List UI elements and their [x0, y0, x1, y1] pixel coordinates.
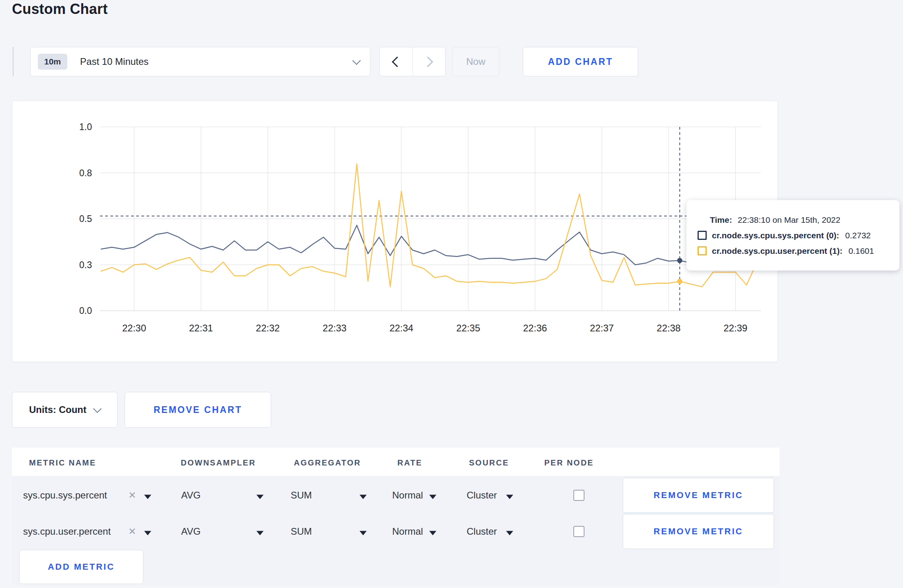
- column-header-aggregator: AGGREGATOR: [294, 458, 361, 467]
- svg-text:22:38: 22:38: [657, 323, 680, 333]
- chevron-down-icon: [352, 56, 361, 64]
- next-timeframe-button[interactable]: [412, 47, 446, 76]
- aggregator-caret-icon[interactable]: [360, 495, 367, 499]
- svg-text:22:35: 22:35: [456, 323, 480, 333]
- add-chart-button[interactable]: ADD CHART: [523, 47, 638, 76]
- svg-text:1.0: 1.0: [79, 122, 92, 132]
- svg-text:22:34: 22:34: [389, 323, 413, 333]
- source-caret-icon[interactable]: [506, 531, 513, 535]
- per-node-checkbox[interactable]: [573, 526, 584, 537]
- column-header-source: SOURCE: [469, 458, 509, 467]
- chart-tooltip: Time:22:38:10 on Mar 15th, 2022 cr.node.…: [686, 200, 899, 271]
- remove-chart-button[interactable]: REMOVE CHART: [125, 392, 271, 428]
- source-select[interactable]: Cluster: [467, 526, 497, 537]
- tooltip-series-label: cr.node.sys.cpu.sys.percent (0):: [712, 231, 839, 240]
- series-sys-legend-icon: [698, 231, 707, 240]
- metric-name-value[interactable]: sys.cpu.sys.percent: [23, 490, 107, 501]
- now-button[interactable]: Now: [452, 47, 499, 76]
- metric-dropdown-caret-icon[interactable]: [144, 531, 151, 535]
- time-window-badge: 10m: [38, 54, 67, 70]
- chart-panel[interactable]: 0.00.30.50.81.022:3022:3122:3222:3322:34…: [12, 101, 778, 362]
- time-pager: [379, 47, 446, 76]
- svg-text:22:30: 22:30: [122, 323, 146, 333]
- units-label: Units: Count: [29, 404, 86, 415]
- remove-metric-button[interactable]: REMOVE METRIC: [623, 478, 774, 513]
- tooltip-time-label: Time:: [710, 215, 732, 224]
- toolbar-divider: [13, 47, 14, 76]
- rate-caret-icon[interactable]: [429, 531, 436, 535]
- svg-text:0.5: 0.5: [79, 214, 92, 224]
- metric-row: sys.cpu.user.percent ✕ AVG SUM Normal Cl…: [12, 514, 780, 549]
- add-metric-button[interactable]: ADD METRIC: [19, 550, 143, 584]
- tooltip-series-row: cr.node.sys.cpu.user.percent (1): 0.1601: [698, 246, 899, 256]
- previous-timeframe-button[interactable]: [380, 47, 412, 76]
- svg-text:22:33: 22:33: [322, 323, 346, 333]
- rate-select[interactable]: Normal: [392, 490, 423, 501]
- rate-caret-icon[interactable]: [429, 495, 436, 499]
- metric-dropdown-caret-icon[interactable]: [144, 495, 151, 499]
- svg-text:22:32: 22:32: [256, 323, 280, 333]
- units-dropdown[interactable]: Units: Count: [12, 392, 117, 428]
- page-title: Custom Chart: [12, 1, 108, 18]
- svg-text:0.8: 0.8: [79, 168, 92, 178]
- time-range-dropdown[interactable]: 10m Past 10 Minutes: [30, 47, 370, 76]
- source-select[interactable]: Cluster: [467, 490, 497, 501]
- column-header-downsampler: DOWNSAMPLER: [181, 458, 256, 467]
- aggregator-select[interactable]: SUM: [291, 526, 312, 537]
- chevron-down-icon: [93, 404, 102, 413]
- downsampler-caret-icon[interactable]: [256, 495, 264, 499]
- svg-text:0.0: 0.0: [79, 306, 92, 316]
- tooltip-series-value: 0.2732: [845, 231, 871, 240]
- time-range-label: Past 10 Minutes: [80, 56, 354, 67]
- tooltip-series-label: cr.node.sys.cpu.user.percent (1):: [712, 246, 842, 256]
- source-caret-icon[interactable]: [506, 495, 513, 499]
- chevron-left-icon: [392, 56, 403, 67]
- metric-name-value[interactable]: sys.cpu.user.percent: [23, 526, 111, 537]
- column-header-per-node: PER NODE: [544, 458, 594, 467]
- column-header-metric-name: METRIC NAME: [29, 458, 96, 467]
- remove-metric-button[interactable]: REMOVE METRIC: [623, 514, 774, 549]
- svg-text:22:36: 22:36: [523, 323, 547, 333]
- downsampler-select[interactable]: AVG: [181, 490, 201, 501]
- downsampler-caret-icon[interactable]: [256, 531, 264, 535]
- downsampler-select[interactable]: AVG: [181, 526, 201, 537]
- line-chart[interactable]: 0.00.30.50.81.022:3022:3122:3222:3322:34…: [12, 101, 778, 362]
- svg-text:0.3: 0.3: [79, 260, 92, 270]
- svg-text:22:31: 22:31: [189, 323, 213, 333]
- metric-row: sys.cpu.sys.percent ✕ AVG SUM Normal Clu…: [12, 478, 780, 513]
- clear-metric-icon[interactable]: ✕: [128, 490, 136, 501]
- custom-chart-page: Custom Chart 10m Past 10 Minutes Now ADD…: [0, 0, 903, 588]
- svg-text:22:39: 22:39: [723, 323, 747, 333]
- tooltip-series-value: 0.1601: [848, 246, 874, 256]
- aggregator-select[interactable]: SUM: [291, 490, 312, 501]
- tooltip-time: Time:22:38:10 on Mar 15th, 2022: [710, 215, 899, 225]
- rate-select[interactable]: Normal: [392, 526, 423, 537]
- svg-text:22:37: 22:37: [590, 323, 614, 333]
- tooltip-time-value: 22:38:10 on Mar 15th, 2022: [738, 215, 840, 224]
- series-user-legend-icon: [698, 246, 707, 255]
- column-header-rate: RATE: [397, 458, 422, 467]
- per-node-checkbox[interactable]: [573, 490, 584, 501]
- clear-metric-icon[interactable]: ✕: [128, 526, 136, 537]
- tooltip-series-row: cr.node.sys.cpu.sys.percent (0): 0.2732: [698, 231, 899, 240]
- aggregator-caret-icon[interactable]: [360, 531, 367, 535]
- chevron-right-icon: [422, 56, 433, 67]
